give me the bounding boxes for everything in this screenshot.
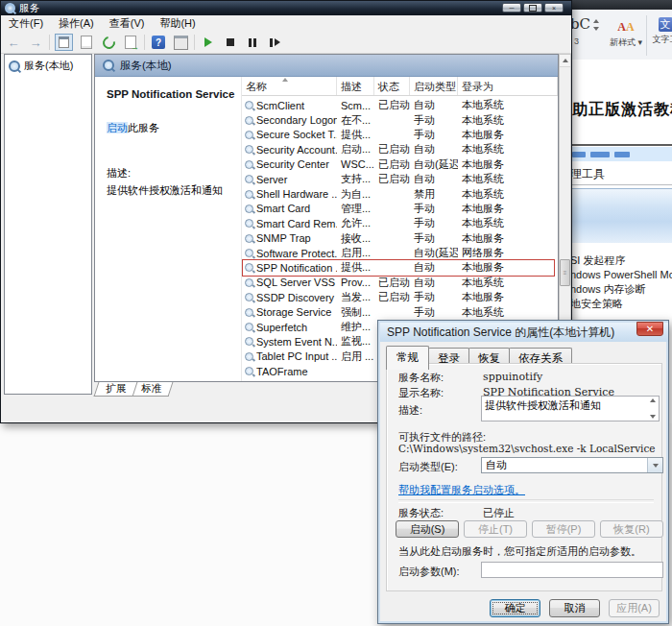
- service-row[interactable]: Software Protect... 启用... 自动(延迟... 网络服务: [242, 246, 558, 260]
- column-header-status[interactable]: 状态: [374, 77, 410, 95]
- background-list-item: 地安全策略: [570, 297, 672, 311]
- service-row[interactable]: Server 支持... 已启动 自动 本地系统: [242, 172, 558, 186]
- screen: bC 3 AA 新样式 ▾ 文 文字工 助正版激活教程 理工具: [0, 0, 672, 626]
- start-service-link[interactable]: 启动: [107, 122, 128, 133]
- window-title: 服务: [19, 2, 39, 15]
- dialog-tab[interactable]: 常规: [386, 346, 429, 370]
- apply-button[interactable]: 应用(A): [609, 599, 660, 617]
- service-name: Secondary Logon: [256, 114, 337, 126]
- new-style-label: 新样式 ▾: [610, 36, 642, 49]
- combobox-dropdown-button[interactable]: [647, 458, 662, 472]
- service-row[interactable]: Shell Hardware ... 为自... 禁用 本地系统: [242, 186, 558, 201]
- forward-button[interactable]: →: [27, 34, 44, 51]
- service-control-button[interactable]: 启动(S): [396, 520, 459, 538]
- services-titlebar[interactable]: 服务 ─ ×: [1, 1, 571, 15]
- dialog-titlebar[interactable]: SPP Notification Service 的属性(本地计算机): [380, 323, 668, 342]
- menu-item[interactable]: 操作(A): [51, 15, 102, 32]
- export-button[interactable]: [122, 34, 139, 51]
- stop-service-button[interactable]: [222, 34, 239, 51]
- service-description: 提供...: [337, 260, 374, 275]
- service-icon: [245, 323, 253, 331]
- menu-item[interactable]: 文件(F): [1, 15, 51, 32]
- show-properties-button[interactable]: [172, 34, 189, 51]
- service-logon-as: 本地服务: [458, 157, 558, 172]
- service-name: TAOFrame: [256, 366, 308, 377]
- service-name: Smart Card: [256, 203, 310, 214]
- service-control-button[interactable]: 暂停(P): [532, 520, 595, 538]
- service-row[interactable]: Security Center WSC... 已启动 自动(延迟... 本地服务: [242, 157, 558, 172]
- menu-item[interactable]: 帮助(H): [152, 15, 203, 32]
- menu-item[interactable]: 查看(V): [102, 15, 153, 32]
- close-button[interactable]: ×: [544, 3, 564, 12]
- service-description: 管理...: [337, 202, 374, 216]
- help-configure-link[interactable]: 帮助我配置服务启动选项。: [398, 483, 525, 497]
- service-row[interactable]: SPP Notification ... 提供... 自动 本地服务: [242, 260, 558, 275]
- service-row[interactable]: SNMP Trap 接收... 手动 本地服务: [242, 231, 558, 246]
- tree-item-services-local[interactable]: 服务(本地): [5, 55, 91, 73]
- restart-service-button[interactable]: [266, 34, 283, 51]
- service-description: 接收...: [337, 231, 374, 246]
- window-icon: [174, 36, 188, 50]
- text-tool-button[interactable]: 文 文字工: [651, 17, 672, 46]
- dialog-close-button[interactable]: ✕: [636, 322, 663, 336]
- service-icon: [245, 234, 253, 243]
- background-list-item: ndows PowerShell Modu: [570, 268, 672, 282]
- document-rule: [568, 144, 672, 146]
- service-logon-as: 本地服务: [458, 260, 558, 275]
- column-header-startup-type[interactable]: 启动类型: [410, 77, 458, 95]
- service-description: 为自...: [337, 187, 374, 202]
- service-icon: [245, 308, 253, 317]
- service-control-button[interactable]: 恢复(R): [600, 520, 663, 538]
- ok-button[interactable]: 确定: [490, 599, 540, 617]
- service-logon-as: 本地服务: [458, 202, 558, 216]
- export-list-button[interactable]: [78, 34, 95, 51]
- pause-service-button[interactable]: [244, 34, 261, 51]
- description-textarea[interactable]: 提供软件授权激活和通知: [481, 396, 660, 421]
- service-control-button[interactable]: 停止(T): [464, 520, 527, 538]
- service-icon: [245, 263, 253, 272]
- service-row[interactable]: Storage Service 强制... 手动 本地系统: [242, 304, 558, 319]
- maximize-button[interactable]: [523, 3, 542, 12]
- service-name: SQL Server VSS ...: [256, 277, 337, 288]
- back-icon: ←: [8, 36, 20, 49]
- start-service-button[interactable]: [200, 34, 217, 51]
- forward-icon: →: [30, 36, 42, 49]
- service-logon-as: 网络服务: [458, 246, 558, 260]
- service-row[interactable]: Secondary Logon 在不... 手动 本地系统: [242, 112, 558, 127]
- column-header-name[interactable]: 名称: [242, 77, 337, 95]
- services-node-icon: [9, 60, 20, 72]
- minimize-button[interactable]: ─: [502, 3, 521, 12]
- column-header-logon-as[interactable]: 登录为: [458, 77, 558, 95]
- new-style-button[interactable]: AA 新样式 ▾: [609, 17, 643, 49]
- textarea-scroll-down-icon[interactable]: [650, 415, 656, 419]
- service-row[interactable]: Security Account... 启动... 已启动 自动 本地系统: [242, 142, 558, 156]
- service-logon-as: 本地系统: [458, 187, 558, 202]
- textarea-scroll-up-icon[interactable]: [650, 398, 656, 402]
- service-row[interactable]: SQL Server VSS ... Prov... 已启动 自动 本地系统: [242, 276, 558, 290]
- show-console-tree-button[interactable]: [55, 34, 73, 51]
- service-icon: [245, 219, 253, 228]
- scroll-up-arrow[interactable]: [560, 55, 570, 67]
- startup-type-combobox[interactable]: 自动: [481, 457, 663, 473]
- help-button[interactable]: ?: [150, 34, 167, 51]
- scrollbar-thumb[interactable]: ≡: [560, 259, 570, 286]
- service-row[interactable]: Smart Card 管理... 手动 本地服务: [242, 202, 558, 216]
- column-header-description[interactable]: 描述: [337, 77, 374, 95]
- service-row[interactable]: Smart Card Rem... 允许... 手动 本地系统: [242, 216, 558, 230]
- service-icon: [245, 205, 253, 213]
- service-row[interactable]: Secure Socket T... 提供... 手动 本地服务: [242, 128, 558, 142]
- selected-service-title: SPP Notification Service: [107, 88, 231, 100]
- panel-header-label: 服务(本地): [120, 59, 172, 73]
- service-control-buttons: 启动(S) 停止(T) 暂停(P) 恢复(R): [396, 520, 663, 538]
- service-logon-as: 本地系统: [458, 98, 558, 112]
- service-icon: [245, 293, 253, 301]
- style-gallery-spinner[interactable]: [593, 19, 599, 31]
- cancel-button[interactable]: 取消: [549, 599, 600, 617]
- view-tab[interactable]: 扩展: [94, 382, 138, 397]
- service-row[interactable]: SSDP Discovery 当发... 已启动 手动 本地服务: [242, 290, 558, 304]
- back-button[interactable]: ←: [5, 34, 22, 51]
- start-parameters-input[interactable]: [481, 562, 663, 578]
- service-row[interactable]: ScmClient Scm... 已启动 自动 本地系统: [242, 98, 558, 112]
- refresh-button[interactable]: [100, 34, 117, 51]
- service-description: WSC...: [337, 158, 374, 170]
